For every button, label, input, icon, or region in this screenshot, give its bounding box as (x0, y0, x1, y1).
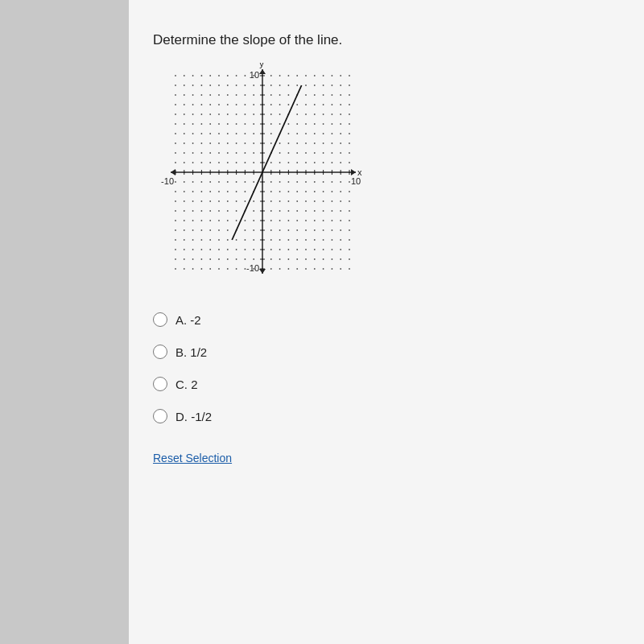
option-b[interactable]: B. 1/2 (153, 345, 620, 359)
radio-a[interactable] (153, 312, 167, 327)
radio-c[interactable] (153, 377, 167, 391)
option-a-label: A. -2 (175, 313, 201, 327)
question-title: Determine the slope of the line. (153, 32, 620, 48)
graph-container (153, 63, 362, 288)
coordinate-graph (153, 63, 362, 288)
reset-selection-button[interactable]: Reset Selection (153, 452, 232, 464)
main-content: Determine the slope of the line. A. -2 B… (129, 0, 644, 644)
option-a[interactable]: A. -2 (153, 312, 620, 327)
answer-options: A. -2 B. 1/2 C. 2 D. -1/2 (153, 312, 620, 423)
sidebar (0, 0, 129, 644)
radio-b[interactable] (153, 345, 167, 359)
option-d[interactable]: D. -1/2 (153, 409, 620, 423)
radio-d[interactable] (153, 409, 167, 423)
option-c[interactable]: C. 2 (153, 377, 620, 391)
option-c-label: C. 2 (175, 378, 198, 391)
option-b-label: B. 1/2 (175, 345, 207, 359)
option-d-label: D. -1/2 (175, 410, 212, 423)
